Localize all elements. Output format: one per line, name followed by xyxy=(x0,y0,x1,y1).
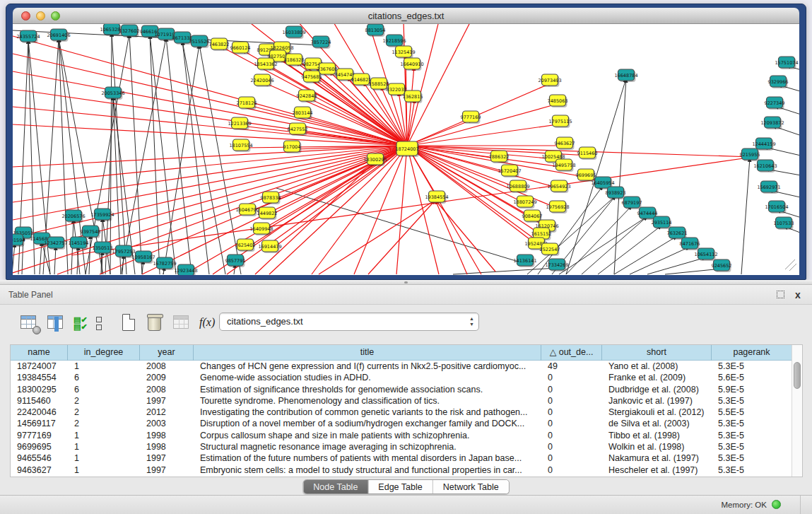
select-rows-button[interactable]: ▤✔▤✔ xyxy=(73,316,93,336)
cell-title[interactable]: Structural magnetic resonance image aver… xyxy=(194,441,541,452)
panel-splitter[interactable] xyxy=(0,280,812,285)
table-row[interactable]: 2242004622012Investigating the contribut… xyxy=(11,407,802,418)
cell-year[interactable]: 1997 xyxy=(140,452,194,464)
tab-edge-table[interactable]: Edge Table xyxy=(368,480,433,493)
citation-edge[interactable] xyxy=(40,242,42,274)
cell-year[interactable]: 2009 xyxy=(140,372,194,383)
cell-year[interactable]: 1997 xyxy=(140,395,194,407)
vertical-scrollbar[interactable] xyxy=(792,345,802,477)
cell-title[interactable]: Investigating the contribution of common… xyxy=(194,407,541,418)
column-header-year[interactable]: year xyxy=(140,345,194,361)
cell-pagerank[interactable]: 5.3E-5 xyxy=(712,361,792,372)
cell-name[interactable]: 9463627 xyxy=(11,465,68,476)
cell-out_de[interactable]: 0 xyxy=(541,465,602,476)
selected-edge[interactable] xyxy=(407,24,471,146)
cell-year[interactable]: 2008 xyxy=(140,384,194,395)
cell-title[interactable]: Corpus callosum shape and size in male p… xyxy=(194,430,541,441)
citation-edge[interactable] xyxy=(665,269,722,274)
column-header-short[interactable]: short xyxy=(602,345,712,361)
column-header-pagerank[interactable]: pagerank xyxy=(712,345,792,361)
citation-edge[interactable] xyxy=(598,226,661,274)
delete-rows-button[interactable] xyxy=(146,313,165,333)
cell-out_de[interactable]: 0 xyxy=(541,430,602,441)
selected-edge[interactable] xyxy=(396,146,407,274)
selected-edge[interactable] xyxy=(71,158,748,255)
cell-name[interactable]: 9699695 xyxy=(11,441,68,452)
cell-year[interactable]: 1998 xyxy=(140,441,194,452)
citation-edge[interactable] xyxy=(150,35,176,274)
cell-name[interactable]: 19384554 xyxy=(11,372,68,383)
table-row[interactable]: 1938455462009Genome-wide association stu… xyxy=(11,372,802,383)
cell-name[interactable]: 9115460 xyxy=(11,395,68,407)
row-height-button[interactable] xyxy=(96,317,116,337)
cell-short[interactable]: Franke et al. (2009) xyxy=(602,372,712,383)
cell-out_de[interactable]: 0 xyxy=(541,407,602,418)
cell-in_degree[interactable]: 2 xyxy=(68,407,140,418)
cell-pagerank[interactable]: 5.5E-5 xyxy=(712,407,792,418)
cell-pagerank[interactable]: 5.3E-5 xyxy=(712,430,792,441)
table-row[interactable]: 911546021997Tourette syndrome. Phenomeno… xyxy=(11,395,802,407)
cell-pagerank[interactable]: 5.3E-5 xyxy=(712,395,792,407)
selected-edge[interactable] xyxy=(407,146,561,189)
table-row[interactable]: 969969511998Structural magnetic resonanc… xyxy=(11,441,802,452)
citation-edge[interactable] xyxy=(630,247,690,274)
cell-pagerank[interactable]: 5.6E-5 xyxy=(712,372,792,383)
cell-title[interactable]: Disruption of a novel member of a sodium… xyxy=(194,418,541,429)
cell-short[interactable]: Dudbridge et al. (2008) xyxy=(602,384,712,395)
close-panel-icon[interactable]: x xyxy=(792,289,804,300)
scrollbar-thumb[interactable] xyxy=(794,362,801,389)
cell-title[interactable]: Changes of HCN gene expression and I(f) … xyxy=(194,361,541,372)
table-row[interactable]: 1872400712008Changes of HCN gene express… xyxy=(11,361,802,372)
cell-title[interactable]: Estimation of the future numbers of pati… xyxy=(194,452,541,464)
canvas-corner-grip[interactable] xyxy=(785,259,795,269)
citation-edge[interactable] xyxy=(453,268,557,274)
cell-title[interactable]: Tourette syndrome. Phenomenology and cla… xyxy=(194,395,541,407)
table-row[interactable]: 1830029562008Estimation of significance … xyxy=(11,384,802,395)
show-columns-button[interactable] xyxy=(47,313,66,333)
canvas-corner-grip[interactable] xyxy=(789,264,796,271)
cell-short[interactable]: Nakamura et al. (1997) xyxy=(602,452,712,464)
cell-short[interactable]: Yano et al. (2008) xyxy=(602,361,712,372)
citation-edge[interactable] xyxy=(121,37,166,274)
cell-in_degree[interactable]: 2 xyxy=(68,418,140,429)
cell-year[interactable]: 2003 xyxy=(140,418,194,429)
selected-edge[interactable] xyxy=(13,146,407,238)
cell-short[interactable]: Hescheler et al. (1997) xyxy=(602,465,712,476)
cell-name[interactable]: 14569117 xyxy=(11,418,68,429)
cell-year[interactable]: 2012 xyxy=(140,407,194,418)
cell-name[interactable]: 18724007 xyxy=(11,361,68,372)
cell-out_de[interactable]: 0 xyxy=(541,395,602,407)
cell-in_degree[interactable]: 1 xyxy=(68,441,140,452)
citation-edge[interactable] xyxy=(559,216,647,274)
cell-pagerank[interactable]: 5.3E-5 xyxy=(712,441,792,452)
citation-edge[interactable] xyxy=(54,246,56,274)
tab-network-table[interactable]: Network Table xyxy=(433,480,509,493)
table-row[interactable]: 977716911998Corpus callosum shape and si… xyxy=(11,430,802,441)
cell-pagerank[interactable]: 5.3E-5 xyxy=(712,452,792,464)
cell-name[interactable]: 9465546 xyxy=(11,452,68,464)
memory-ok-indicator[interactable] xyxy=(772,500,781,509)
citation-edge[interactable] xyxy=(13,243,15,274)
cell-short[interactable]: de Silva et al. (2003) xyxy=(602,418,712,429)
cell-title[interactable]: Genome-wide association studies in ADHD. xyxy=(194,372,541,383)
cell-pagerank[interactable]: 5.9E-5 xyxy=(712,384,792,395)
cell-short[interactable]: Stergiakouli et al. (2012) xyxy=(602,407,712,418)
cell-name[interactable]: 22420046 xyxy=(11,407,68,418)
table-row[interactable]: 946554611997Estimation of the future num… xyxy=(11,452,802,464)
cell-in_degree[interactable]: 1 xyxy=(68,465,140,476)
selected-edge[interactable] xyxy=(13,107,407,146)
window-titlebar[interactable]: citations_edges.txt xyxy=(13,8,799,24)
cell-out_de[interactable]: 0 xyxy=(541,418,602,429)
cell-name[interactable]: 9777169 xyxy=(11,430,68,441)
column-header-name[interactable]: name xyxy=(11,345,68,361)
cell-in_degree[interactable]: 1 xyxy=(68,452,140,464)
citation-edge[interactable] xyxy=(741,158,750,274)
cell-pagerank[interactable]: 5.3E-5 xyxy=(712,465,792,476)
cell-out_de[interactable]: 49 xyxy=(541,361,602,372)
selected-edge[interactable] xyxy=(269,146,407,216)
table-row[interactable]: 1456911722003Disruption of a novel membe… xyxy=(11,418,802,429)
cell-title[interactable]: Embryonic stem cells: a model to study s… xyxy=(194,465,541,476)
cell-short[interactable]: Wolkin et al. (1998) xyxy=(602,441,712,452)
splitter-handle[interactable] xyxy=(404,281,408,284)
cell-in_degree[interactable]: 1 xyxy=(68,361,140,372)
